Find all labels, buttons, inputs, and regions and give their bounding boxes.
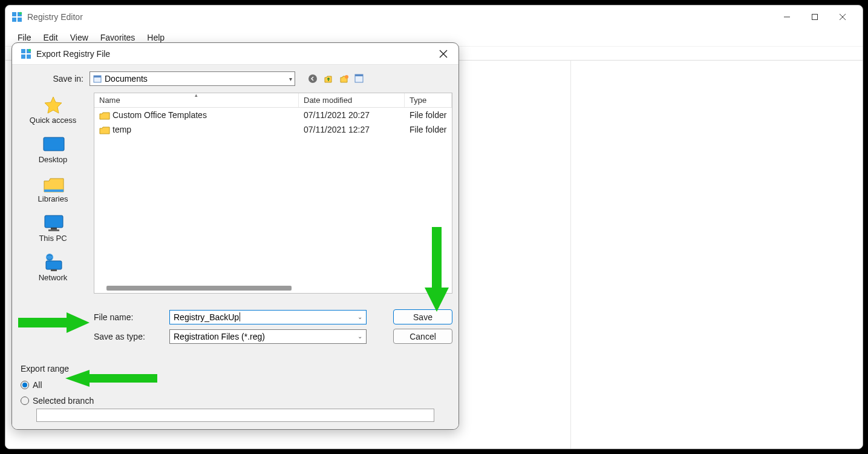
svg-rect-3 [18,18,22,22]
file-row[interactable]: temp 07/11/2021 12:27 File folder [94,122,452,137]
radio-icon [21,396,29,405]
svg-rect-11 [21,54,25,59]
export-range-group: Export range All Selected branch [21,364,452,422]
cancel-button[interactable]: Cancel [393,329,452,344]
dialog-close-button[interactable] [437,47,450,61]
svg-rect-27 [51,228,57,229]
save-in-value: Documents [105,74,148,84]
file-row[interactable]: Custom Office Templates 07/11/2021 20:27… [94,108,452,122]
radio-selected-branch[interactable]: Selected branch [21,393,452,409]
save-as-type-combo[interactable]: Registration Files (*.reg) ⌄ [169,329,367,344]
regedit-icon [11,12,22,22]
place-this-pc[interactable]: This PC [12,213,94,243]
chevron-down-icon: ⌄ [357,333,362,340]
svg-rect-30 [46,261,62,269]
radio-all[interactable]: All [21,377,452,393]
dialog-title: Export Registry File [36,49,110,59]
selected-branch-input[interactable] [36,409,434,422]
save-as-type-label: Save as type: [94,332,169,341]
svg-rect-23 [44,137,64,151]
network-icon [41,252,65,273]
view-menu-icon[interactable]: ▾ [354,73,365,84]
svg-point-13 [28,48,31,51]
export-registry-file-dialog: Export Registry File Save in: Documents … [11,42,459,430]
folder-icon [99,126,110,134]
monitor-icon [41,213,65,234]
svg-rect-17 [94,76,101,77]
close-button[interactable] [829,8,857,26]
svg-rect-0 [12,12,16,16]
file-list[interactable]: Name▴ Date modified Type Custom Office T… [94,93,452,294]
window-controls [773,8,857,26]
chevron-down-icon: ⌄ [357,314,362,320]
desktop-icon [41,134,65,155]
maximize-button[interactable] [801,8,829,26]
folder-icon [99,111,110,120]
save-in-combo[interactable]: Documents ▾ [90,71,295,86]
svg-rect-26 [45,215,63,228]
horizontal-scrollbar[interactable] [106,286,364,292]
place-network[interactable]: Network [12,252,94,282]
libraries-icon [41,174,65,194]
svg-rect-6 [812,15,818,20]
svg-point-18 [308,74,317,83]
file-name-input[interactable]: Registry_BackUp ⌄ [169,310,367,324]
up-one-level-icon[interactable] [323,73,334,84]
new-folder-icon[interactable] [339,73,350,84]
svg-rect-28 [48,229,59,231]
file-list-header[interactable]: Name▴ Date modified Type [94,93,452,108]
place-quick-access[interactable]: Quick access [12,95,94,125]
titlebar: Registry Editor [5,5,863,28]
back-icon[interactable] [307,73,318,84]
export-range-label: Export range [21,364,452,373]
column-name: Name▴ [94,93,299,107]
column-type: Type [405,93,452,107]
svg-point-4 [19,12,22,15]
radio-icon [21,381,29,389]
place-libraries[interactable]: Libraries [12,174,94,203]
column-date: Date modified [299,93,405,107]
file-name-label: File name: [94,312,169,322]
save-button[interactable]: Save [393,309,452,324]
place-desktop[interactable]: Desktop [12,134,94,164]
svg-point-19 [345,75,348,79]
minimize-button[interactable] [773,8,801,26]
dialog-titlebar: Export Registry File [12,43,458,65]
svg-rect-2 [12,18,16,22]
sort-asc-icon: ▴ [195,92,198,98]
svg-rect-12 [27,54,31,59]
svg-rect-21 [355,74,363,76]
star-icon [41,95,65,116]
svg-rect-31 [51,269,57,271]
svg-rect-9 [21,49,25,53]
save-in-label: Save in: [12,74,90,84]
chevron-down-icon: ▾ [289,76,292,82]
window-title: Registry Editor [27,12,83,22]
svg-rect-25 [44,189,64,192]
regedit-icon [21,48,31,59]
